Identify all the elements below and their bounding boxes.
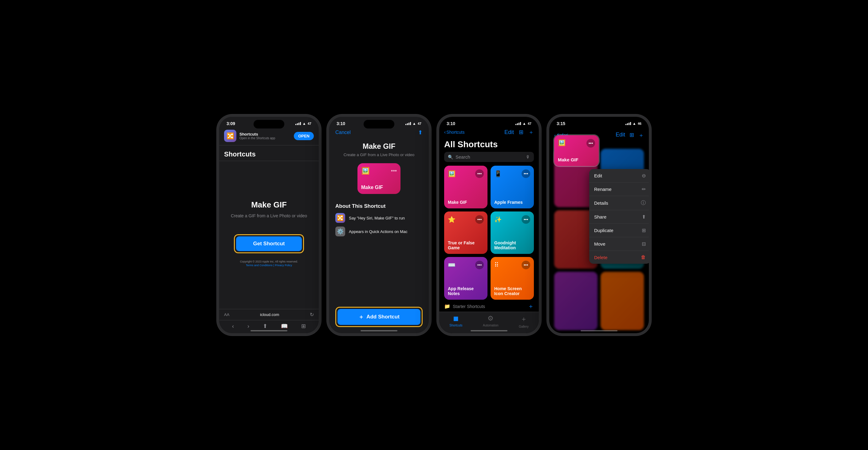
menu-icon-details: ⓘ <box>641 200 646 206</box>
app-info: 🔀 Shortcuts Open in the Shortcuts app <box>224 130 275 142</box>
menu-label-edit: Edit <box>594 173 602 178</box>
url-bar[interactable]: icloud.com <box>260 312 279 317</box>
add-shortcut-button[interactable]: ＋ Add Shortcut <box>338 309 421 325</box>
search-placeholder-3: Search <box>456 154 523 159</box>
search-icon-3: 🔍 <box>448 155 453 159</box>
phone-1: 3:09 ▲ 47 🔀 <box>217 114 321 336</box>
more-icon-4[interactable]: ••• <box>475 261 484 269</box>
shortcut-card-goodnight[interactable]: ✨ ••• Goodnight Meditation <box>491 211 534 254</box>
selected-shortcut-card[interactable]: 🖼️ ••• Make GIF <box>554 135 599 166</box>
menu-item-share[interactable]: Share ⬆ <box>589 210 649 224</box>
more-icon-3[interactable]: ••• <box>522 215 530 224</box>
status-icons-2: ▲ 47 <box>405 121 422 126</box>
share-button[interactable]: ⬆ <box>418 129 423 136</box>
phone-2: 3:10 ▲ 47 Cancel ⬆ <box>327 114 431 336</box>
menu-item-edit[interactable]: Edit ⊖ <box>589 169 649 183</box>
home-indicator-2 <box>361 330 397 331</box>
card-top-2: ⭐ ••• <box>448 215 484 224</box>
menu-icon-delete: 🗑 <box>641 254 646 260</box>
selected-card-top: 🖼️ ••• <box>558 139 595 148</box>
card-top-5: ⠿ ••• <box>494 261 530 269</box>
signal-bars-4 <box>625 122 631 125</box>
add-icon-3[interactable]: ＋ <box>528 128 534 136</box>
card-more-icon[interactable]: ••• <box>391 168 397 174</box>
tab-automation[interactable]: ⚙ Automation <box>483 314 499 328</box>
menu-item-delete[interactable]: Delete 🗑 <box>589 251 649 264</box>
menu-icon-share: ⬆ <box>642 214 646 220</box>
back-nav-icon[interactable]: ‹ <box>232 323 234 330</box>
menu-item-rename[interactable]: Rename ✏ <box>589 183 649 196</box>
wifi-icon-2: ▲ <box>412 121 416 126</box>
more-icon-0[interactable]: ••• <box>475 169 484 178</box>
reload-icon[interactable]: ↻ <box>310 312 314 318</box>
grid-icon-3[interactable]: ⊞ <box>519 129 523 136</box>
shortcut-label-2: True or False Game <box>448 240 484 250</box>
home-indicator-4 <box>581 330 618 331</box>
menu-item-details[interactable]: Details ⓘ <box>589 196 649 210</box>
more-icon-5[interactable]: ••• <box>522 261 530 269</box>
siri-icon: 🔀 <box>335 213 345 223</box>
more-icon-2[interactable]: ••• <box>475 215 484 224</box>
menu-item-move[interactable]: Move ⊟ <box>589 237 649 251</box>
p4-add-icon[interactable]: ＋ <box>639 131 644 139</box>
share-nav-icon[interactable]: ⬆ <box>263 323 268 330</box>
get-button-wrapper: Get Shortcut <box>234 234 304 253</box>
menu-label-delete: Delete <box>594 255 607 260</box>
card-label: Make GIF <box>361 185 397 190</box>
shortcut-label-1: Apple Frames <box>494 200 530 205</box>
app-header-1: 🔀 Shortcuts Open in the Shortcuts app OP… <box>219 127 319 145</box>
sparkle-icon: ✨ <box>494 216 502 223</box>
p2-desc: Create a GIF from a Live Photo or video <box>344 152 415 157</box>
about-title: About This Shortcut <box>335 203 423 209</box>
phone-4: 3:15 ▲ 46 ‹ <box>547 114 651 336</box>
get-shortcut-button[interactable]: Get Shortcut <box>236 236 302 251</box>
cancel-button[interactable]: Cancel <box>335 130 351 135</box>
status-icons-1: ▲ 47 <box>296 121 311 126</box>
bookmarks-nav-icon[interactable]: 📖 <box>281 323 288 330</box>
p3-nav: ‹ Shortcuts Edit ⊞ ＋ <box>439 127 539 138</box>
section-add-icon[interactable]: ＋ <box>528 302 534 310</box>
footer-1: Copyright © 2023 Apple Inc. All rights r… <box>235 257 303 270</box>
more-icon-1[interactable]: ••• <box>522 169 530 178</box>
tabs-nav-icon[interactable]: ⊞ <box>301 323 306 330</box>
tab-shortcuts[interactable]: ◼ Shortcuts <box>450 314 462 328</box>
shortcut-card-apple-frames[interactable]: 📱 ••• Apple Frames <box>491 166 534 208</box>
shortcuts-tab-icon: ◼ <box>453 314 459 323</box>
p3-page-title: All Shortcuts <box>439 138 539 152</box>
search-bar-3[interactable]: 🔍 Search 🎙 <box>444 152 534 162</box>
edit-button-3[interactable]: Edit <box>504 129 514 136</box>
star-icon: ⭐ <box>448 216 456 223</box>
card-top-0: 🖼️ ••• <box>448 169 484 178</box>
shortcut-card-release-notes[interactable]: ⌨️ ••• App Release Notes <box>444 257 488 300</box>
text-size-control[interactable]: AA <box>224 312 229 317</box>
open-button[interactable]: OPEN <box>294 132 314 140</box>
status-time-4: 3:15 <box>557 121 565 126</box>
dynamic-island-1 <box>254 120 284 128</box>
forward-nav-icon[interactable]: › <box>247 323 249 330</box>
p4-grid-icon[interactable]: ⊞ <box>629 131 634 139</box>
dynamic-island-2 <box>364 120 394 128</box>
back-button-3[interactable]: ‹ Shortcuts <box>444 129 464 135</box>
legal-links[interactable]: Terms and Conditions | Privacy Policy <box>240 264 298 267</box>
shortcut-card-icon-creator[interactable]: ⠿ ••• Home Screen Icon Creator <box>491 257 534 300</box>
nav-right-3: Edit ⊞ ＋ <box>504 128 534 136</box>
app-subtitle: Open in the Shortcuts app <box>240 137 275 140</box>
battery-label-3: 47 <box>528 122 531 125</box>
about-text-siri: Say "Hey Siri, Make GIF" to run <box>349 216 405 220</box>
p2-content: Make GIF Create a GIF from a Live Photo … <box>329 139 429 333</box>
status-time-2: 3:10 <box>337 121 345 126</box>
selected-card-more[interactable]: ••• <box>586 139 595 148</box>
shortcut-card-make-gif[interactable]: 🖼️ ••• Make GIF <box>444 166 488 208</box>
shortcut-card-true-false[interactable]: ⭐ ••• True or False Game <box>444 211 488 254</box>
battery-label-1: 47 <box>308 122 311 125</box>
add-button-label: Add Shortcut <box>366 314 400 320</box>
battery-label-2: 47 <box>418 122 422 125</box>
menu-item-duplicate[interactable]: Duplicate ⊞ <box>589 224 649 237</box>
p1-content: Make GIF Create a GIF from a Live Photo … <box>219 161 319 309</box>
shortcut-label-0: Make GIF <box>448 200 484 205</box>
p4-edit-icon[interactable]: Edit <box>616 131 625 139</box>
app-name: Shortcuts <box>240 132 275 137</box>
tab-gallery[interactable]: ＋ Gallery <box>519 314 529 328</box>
dynamic-island-3 <box>474 120 504 128</box>
mic-icon-3[interactable]: 🎙 <box>526 155 530 159</box>
